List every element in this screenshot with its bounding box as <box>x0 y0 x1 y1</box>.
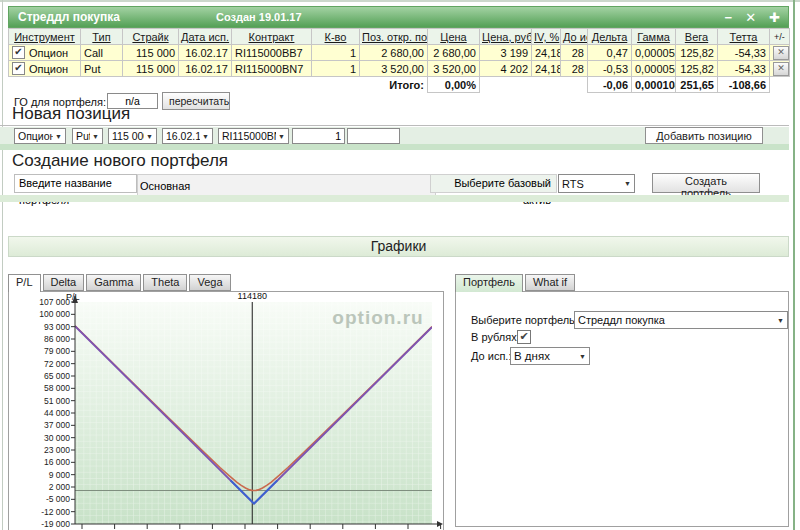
portfolio-window: Стреддл покупка Создан 19.01.17 − ✕ ✚ Ин… <box>8 6 789 93</box>
days-mode-select-value: В днях <box>514 350 577 362</box>
cell-vega: 125,82 <box>676 45 718 61</box>
svg-text:-12 000: -12 000 <box>41 507 70 517</box>
portfolio-title: Стреддл покупка <box>9 10 120 24</box>
col-gamma[interactable]: Гамма <box>632 29 676 45</box>
totals-row: Итого: 0,00% -0,06 0,000104 251,65 -108,… <box>9 77 790 93</box>
col-exp-date[interactable]: Дата исп. <box>179 29 232 45</box>
quantity-input[interactable] <box>292 128 345 144</box>
totals-gamma: 0,000104 <box>632 77 676 93</box>
svg-text:51 000: 51 000 <box>44 396 70 406</box>
tab-portfolio[interactable]: Портфель <box>455 274 523 292</box>
strike-select[interactable]: 115 000 ▼ <box>108 128 157 144</box>
instrument-label: Опцион <box>29 63 68 75</box>
cell-price-rub: 4 202 <box>480 61 532 77</box>
cell-price: 3 520,00 <box>428 61 480 77</box>
row-checkbox[interactable]: ✔ <box>12 62 25 75</box>
base-asset-select-value: RTS <box>562 178 622 190</box>
col-vega[interactable]: Вега <box>676 29 718 45</box>
instrument-select-value: Опцион <box>18 130 53 142</box>
cell-type: Call <box>81 45 123 61</box>
days-mode-select[interactable]: В днях ▼ <box>510 347 590 365</box>
svg-text:-5 000: -5 000 <box>46 494 70 504</box>
watermark: option.ru <box>332 307 423 328</box>
svg-text:-19 000: -19 000 <box>41 519 70 529</box>
cell-qty: 1 <box>312 45 360 61</box>
cell-gamma: 0,000052 <box>632 45 676 61</box>
totals-label: Итого: <box>360 77 428 93</box>
portfolio-name-input[interactable] <box>137 174 436 197</box>
col-pos-open[interactable]: Поз. откр. по <box>360 29 428 45</box>
chevron-down-icon: ▼ <box>278 133 285 140</box>
strike-select-value: 115 000 <box>112 130 144 142</box>
create-portfolio-button[interactable]: Создать портфель <box>652 173 760 193</box>
instrument-select[interactable]: Опцион ▼ <box>14 128 66 144</box>
page-right-edge <box>793 0 795 530</box>
expiry-select[interactable]: 16.02.17M ▼ <box>162 128 213 144</box>
col-strike[interactable]: Страйк <box>123 29 179 45</box>
col-delta[interactable]: Дельта <box>588 29 632 45</box>
pl-chart: option.ru P/L 114180107 000100 00093 000… <box>9 292 443 530</box>
svg-text:16 000: 16 000 <box>44 457 70 467</box>
cell-price-rub: 3 199 <box>480 45 532 61</box>
created-date: Создан 19.01.17 <box>216 11 302 23</box>
type-select[interactable]: Put ▼ <box>72 128 103 144</box>
delete-row-button[interactable]: ✕ <box>773 62 789 76</box>
cell-iv: 24,18 <box>532 61 561 77</box>
in-rubles-label: В рублях: <box>471 331 520 343</box>
chevron-down-icon: ▼ <box>624 180 631 187</box>
chevron-down-icon: ▼ <box>777 317 784 324</box>
base-asset-label: Выберите базовый актив <box>430 174 557 193</box>
col-type[interactable]: Тип <box>81 29 123 45</box>
add-position-button[interactable]: Добавить позицию <box>645 127 763 144</box>
in-rubles-checkbox[interactable]: ✔ <box>517 330 531 344</box>
delete-row-button[interactable]: ✕ <box>773 46 789 60</box>
col-price-rub[interactable]: Цена, руб. <box>480 29 532 45</box>
tab-vega[interactable]: Vega <box>189 274 230 291</box>
cell-strike: 115 000 <box>123 45 179 61</box>
cell-days: 28 <box>561 45 588 61</box>
pl-chart-panel: option.ru P/L 114180107 000100 00093 000… <box>8 291 444 530</box>
positions-table: Инструмент Тип Страйк Дата исп. Контракт… <box>8 28 790 93</box>
extra-input[interactable] <box>347 128 400 144</box>
green-strip <box>0 144 789 150</box>
cell-days: 28 <box>561 61 588 77</box>
tab-delta[interactable]: Delta <box>43 274 85 291</box>
svg-text:44 000: 44 000 <box>44 408 70 418</box>
contract-select-value: RI115000BN7 <box>222 130 276 142</box>
svg-text:72 000: 72 000 <box>44 359 70 369</box>
totals-theta: -108,66 <box>718 77 770 93</box>
base-asset-select[interactable]: RTS ▼ <box>558 174 635 193</box>
cell-contract: RI115000BN7 <box>232 61 312 77</box>
cell-theta: -54,33 <box>718 45 770 61</box>
cell-price: 2 680,00 <box>428 45 480 61</box>
tab-whatif[interactable]: What if <box>525 274 575 291</box>
portfolio-select[interactable]: Стреддл покупка ▼ <box>574 311 788 329</box>
col-qty[interactable]: К-во <box>312 29 360 45</box>
tab-gamma[interactable]: Gamma <box>86 274 141 291</box>
col-days[interactable]: До исп. <box>561 29 588 45</box>
type-select-value: Put <box>76 130 90 142</box>
row-checkbox[interactable]: ✔ <box>12 46 25 59</box>
add-icon[interactable]: ✚ <box>769 11 780 24</box>
close-icon[interactable]: ✕ <box>745 11 756 24</box>
svg-text:86 000: 86 000 <box>44 334 70 344</box>
col-theta[interactable]: Тетта <box>718 29 770 45</box>
col-instrument[interactable]: Инструмент <box>9 29 81 45</box>
minimize-icon[interactable]: − <box>725 11 733 24</box>
svg-text:37 000: 37 000 <box>44 420 70 430</box>
col-contract[interactable]: Контракт <box>232 29 312 45</box>
recalculate-button[interactable]: пересчитать <box>162 92 230 110</box>
cell-delta: -0,53 <box>588 61 632 77</box>
tab-pl[interactable]: P/L <box>8 274 41 292</box>
col-iv[interactable]: IV, % <box>532 29 561 45</box>
chevron-down-icon: ▼ <box>202 133 209 140</box>
table-header-row: Инструмент Тип Страйк Дата исп. Контракт… <box>9 29 790 45</box>
select-portfolio-label: Выберите портфель <box>471 314 575 326</box>
page-top-edge <box>0 0 800 2</box>
portfolio-name-label: Введите название портфеля <box>14 174 137 193</box>
expiry-select-value: 16.02.17M <box>166 130 200 142</box>
contract-select[interactable]: RI115000BN7 ▼ <box>218 128 289 144</box>
tab-theta[interactable]: Theta <box>143 274 187 291</box>
col-price[interactable]: Цена <box>428 29 480 45</box>
new-portfolio-heading: Создание нового портфеля <box>12 151 228 171</box>
